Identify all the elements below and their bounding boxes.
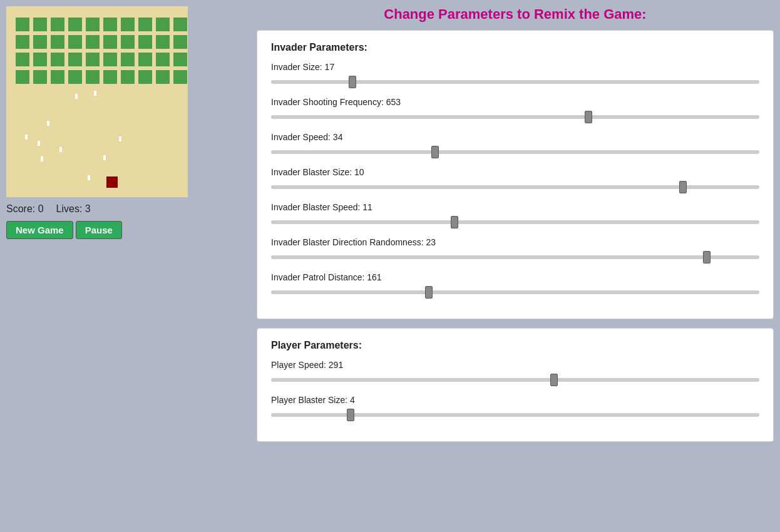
player-params-section: Player Parameters: Player Speed: 291 Pla… [257, 328, 774, 442]
invader-grid [16, 18, 188, 86]
invader-cell [86, 53, 100, 66]
player-section-title: Player Parameters: [271, 340, 759, 351]
invader-cell [51, 35, 64, 49]
invader-blaster-speed-label: Invader Blaster Speed: 11 [271, 202, 759, 212]
invader-speed-slider[interactable] [271, 150, 759, 154]
invader-shoot-freq-label: Invader Shooting Frequency: 653 [271, 97, 759, 107]
invader-cell [103, 53, 117, 66]
right-panel: Change Parameters to Remix the Game: Inv… [250, 0, 780, 532]
invader-cell [138, 18, 152, 31]
invader-cell [16, 53, 29, 66]
invader-cell [86, 18, 100, 31]
invader-cell [51, 18, 64, 31]
invader-cell [121, 18, 135, 31]
invader-cell [103, 18, 117, 31]
lives-text: Lives: 3 [56, 203, 91, 215]
invader-cell [16, 70, 29, 84]
invader-cell [86, 70, 100, 84]
invader-cell [156, 18, 170, 31]
invader-size-slider[interactable] [271, 80, 759, 84]
invader-cell [156, 70, 170, 84]
invader-cell [156, 35, 170, 49]
invader-blaster-dir-random-slider[interactable] [271, 255, 759, 259]
invader-cell [86, 35, 100, 49]
param-invader-shoot-freq: Invader Shooting Frequency: 653 [271, 97, 759, 121]
invader-cell [173, 18, 187, 31]
game-buttons: New Game Pause [6, 221, 122, 239]
invader-cell [138, 35, 152, 49]
invader-cell [33, 35, 47, 49]
invader-cell [51, 53, 64, 66]
invader-cell [33, 53, 47, 66]
player-blaster-size-label: Player Blaster Size: 4 [271, 395, 759, 405]
invader-cell [156, 53, 170, 66]
invader-cell [68, 53, 82, 66]
invader-cell [68, 70, 82, 84]
invader-cell [103, 70, 117, 84]
player-blaster-size-slider[interactable] [271, 413, 759, 417]
invader-patrol-dist-label: Invader Patrol Distance: 161 [271, 272, 759, 282]
invader-cell [33, 18, 47, 31]
invader-cell [51, 70, 64, 84]
bullet [88, 175, 90, 180]
bullet [41, 156, 43, 161]
invader-speed-label: Invader Speed: 34 [271, 132, 759, 142]
score-lives: Score: 0 Lives: 3 [6, 203, 91, 215]
invader-blaster-size-slider[interactable] [271, 185, 759, 189]
invader-size-label: Invader Size: 17 [271, 62, 759, 72]
invader-cell [16, 18, 29, 31]
page-title: Change Parameters to Remix the Game: [250, 0, 780, 30]
pause-button[interactable]: Pause [76, 221, 122, 239]
invader-cell [68, 35, 82, 49]
invader-cell [103, 35, 117, 49]
invader-cell [138, 70, 152, 84]
invader-cell [33, 70, 47, 84]
invader-shoot-freq-slider[interactable] [271, 115, 759, 119]
left-panel: Score: 0 Lives: 3 New Game Pause [0, 0, 250, 532]
param-player-blaster-size: Player Blaster Size: 4 [271, 395, 759, 419]
param-invader-blaster-dir-random: Invader Blaster Direction Randomness: 23 [271, 237, 759, 261]
new-game-button[interactable]: New Game [6, 221, 73, 239]
param-invader-blaster-size: Invader Blaster Size: 10 [271, 167, 759, 191]
bullet [103, 155, 106, 160]
player-speed-slider[interactable] [271, 378, 759, 382]
param-player-speed: Player Speed: 291 [271, 360, 759, 384]
invader-cell [121, 53, 135, 66]
invader-blaster-speed-slider[interactable] [271, 220, 759, 224]
bullet [94, 91, 96, 96]
param-invader-speed: Invader Speed: 34 [271, 132, 759, 156]
param-invader-patrol-dist: Invader Patrol Distance: 161 [271, 272, 759, 296]
game-canvas [6, 6, 188, 197]
score-text: Score: 0 [6, 203, 44, 215]
bullet [75, 94, 78, 99]
invader-cell [121, 35, 135, 49]
param-invader-size: Invader Size: 17 [271, 62, 759, 86]
player-ship [106, 176, 118, 188]
invader-cell [173, 35, 187, 49]
bullet [25, 135, 28, 140]
bullet [59, 147, 62, 152]
invader-patrol-dist-slider[interactable] [271, 290, 759, 294]
invader-cell [121, 70, 135, 84]
invader-cell [16, 35, 29, 49]
param-invader-blaster-speed: Invader Blaster Speed: 11 [271, 202, 759, 226]
invader-blaster-dir-random-label: Invader Blaster Direction Randomness: 23 [271, 237, 759, 247]
bullet [119, 136, 121, 141]
invader-cell [173, 53, 187, 66]
player-speed-label: Player Speed: 291 [271, 360, 759, 370]
invader-cell [173, 70, 187, 84]
invader-params-section: Invader Parameters: Invader Size: 17 Inv… [257, 30, 774, 319]
invader-blaster-size-label: Invader Blaster Size: 10 [271, 167, 759, 177]
bullet [38, 141, 40, 146]
bullet [47, 121, 49, 126]
invader-cell [138, 53, 152, 66]
invader-section-title: Invader Parameters: [271, 42, 759, 53]
invader-cell [68, 18, 82, 31]
